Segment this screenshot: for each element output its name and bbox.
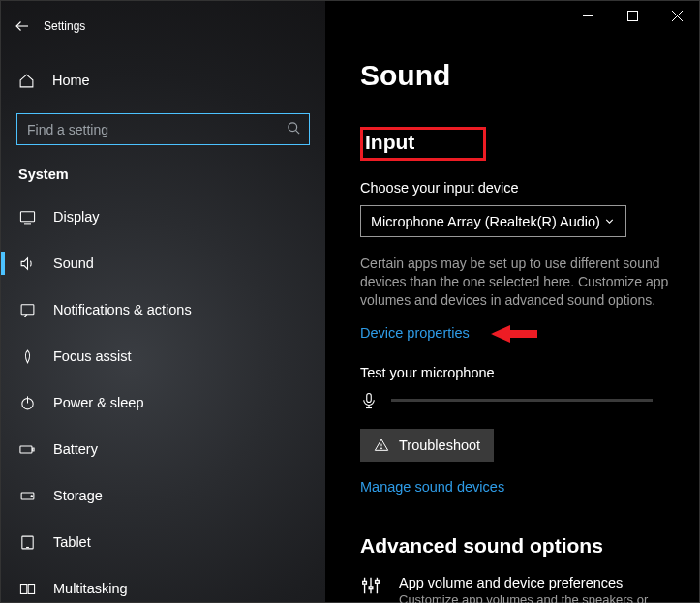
sidebar-item-focus-assist[interactable]: Focus assist [1,333,325,379]
nav-label: Display [53,209,100,225]
input-description: Certain apps may be set up to use differ… [360,255,672,310]
svg-line-2 [295,130,299,134]
maximize-icon [627,11,638,21]
input-device-dropdown[interactable]: Microphone Array (Realtek(R) Audio) [360,205,626,237]
nav-label: Power & sleep [53,395,144,410]
svg-rect-6 [21,304,34,314]
adv-item-title: App volume and device preferences [399,575,672,590]
power-icon [18,395,36,411]
svg-rect-9 [20,445,32,452]
titlebar-left: Settings [1,9,325,44]
nav-label: Multitasking [53,581,128,596]
nav-label: Notifications & actions [53,302,192,317]
section-label: System [18,166,325,182]
nav-label: Battery [53,441,98,457]
sidebar-item-display[interactable]: Display [1,194,325,240]
svg-rect-31 [369,587,373,589]
close-icon [672,11,683,21]
svg-point-27 [380,447,381,448]
arrow-left-icon [14,17,31,35]
sliders-icon [360,575,381,603]
svg-point-1 [289,123,297,132]
content: Sound Input Choose your input device Mic… [325,1,699,603]
window-title: Settings [44,19,85,33]
battery-icon [18,441,36,458]
arrow-annotation-icon [491,322,537,346]
adv-item-desc: Customize app volumes and the speakers o… [399,592,672,603]
mic-level-bar [391,399,653,402]
app-volume-row[interactable]: App volume and device preferences Custom… [360,575,672,603]
sidebar-item-battery[interactable]: Battery [1,426,325,472]
svg-rect-22 [367,393,372,402]
svg-rect-10 [33,448,34,451]
svg-rect-33 [376,580,380,583]
svg-point-12 [31,495,32,496]
choose-input-label: Choose your input device [360,180,672,196]
back-button[interactable] [1,9,44,44]
sound-icon [18,256,36,272]
svg-rect-3 [20,211,34,221]
notifications-icon [18,302,36,318]
close-button[interactable] [654,1,699,30]
nav-label: Storage [53,488,103,503]
sidebar-item-notifications[interactable]: Notifications & actions [1,286,325,333]
mic-test-row [360,390,672,411]
settings-window: Settings Home System Display Sound [0,0,700,603]
troubleshoot-button[interactable]: Troubleshoot [360,429,494,462]
svg-rect-15 [20,584,26,593]
dropdown-value: Microphone Array (Realtek(R) Audio) [371,214,600,229]
input-section: Input [360,127,672,161]
svg-marker-21 [491,325,537,343]
chevron-down-icon [603,215,616,227]
adv-item-text: App volume and device preferences Custom… [399,575,672,603]
window-controls [565,1,699,30]
manage-sound-devices-link[interactable]: Manage sound devices [360,479,504,495]
troubleshoot-label: Troubleshoot [399,437,480,453]
microphone-icon [360,390,378,411]
search-wrap [16,113,310,145]
main-pane: Sound Input Choose your input device Mic… [325,1,699,602]
sidebar-item-tablet[interactable]: Tablet [1,519,325,565]
device-properties-row: Device properties [360,310,672,342]
svg-marker-5 [21,257,27,268]
svg-rect-16 [28,584,34,593]
minimize-icon [583,11,593,21]
minimize-button[interactable] [565,1,610,30]
sidebar-home[interactable]: Home [1,61,325,100]
sidebar-item-multitasking[interactable]: Multitasking [1,565,325,603]
search-input[interactable] [16,113,310,145]
multitasking-icon [18,581,36,597]
nav-label: Sound [53,256,94,271]
maximize-button[interactable] [610,1,654,30]
warning-icon [374,437,389,453]
tablet-icon [18,534,36,551]
nav-label: Tablet [53,534,91,550]
focus-assist-icon [18,348,36,365]
input-heading: Input [360,127,486,161]
page-title: Sound [360,59,672,92]
storage-icon [18,488,36,504]
display-icon [18,209,36,226]
svg-rect-29 [363,581,367,584]
advanced-heading: Advanced sound options [360,534,672,558]
home-label: Home [52,73,90,88]
sidebar: Settings Home System Display Sound [1,1,325,602]
svg-rect-18 [627,11,637,20]
search-icon [287,121,301,136]
nav-label: Focus assist [53,348,132,364]
sidebar-nav: Display Sound Notifications & actions Fo… [1,194,325,603]
sidebar-item-storage[interactable]: Storage [1,472,325,519]
device-properties-link[interactable]: Device properties [360,325,470,341]
sidebar-item-sound[interactable]: Sound [1,240,325,286]
home-icon [18,73,35,89]
test-mic-label: Test your microphone [360,365,672,380]
sidebar-item-power-sleep[interactable]: Power & sleep [1,379,325,426]
